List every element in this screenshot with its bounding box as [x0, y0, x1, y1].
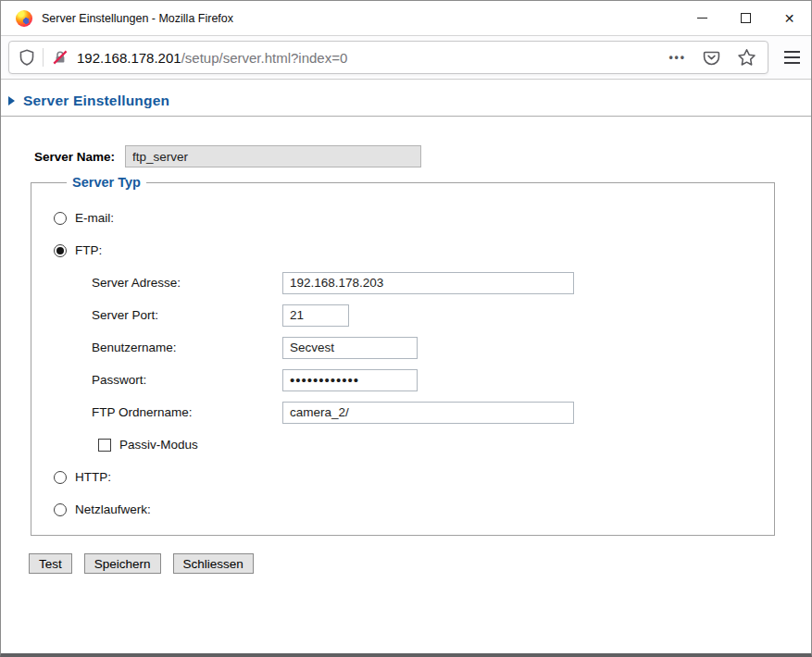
server-adresse-input[interactable] — [282, 272, 574, 294]
star-icon[interactable] — [737, 48, 756, 67]
url-path: /setup/server.html?index=0 — [181, 50, 348, 66]
url-bar[interactable]: 192.168.178.201/setup/server.html?index=… — [8, 41, 768, 74]
field-row-server-adresse: Server Adresse: — [54, 267, 774, 299]
server-name-row: Server Name: — [34, 145, 811, 167]
radio-row-http: HTTP: — [54, 461, 774, 493]
passiv-modus-row: Passiv-Modus — [54, 428, 774, 461]
test-button[interactable]: Test — [29, 553, 72, 574]
url-domain: 192.168.178.201 — [77, 50, 181, 66]
field-row-passwort: Passwort: — [54, 364, 774, 396]
browser-window: Server Einstellungen - Mozilla Firefox ✕ — [0, 0, 812, 657]
firefox-logo-icon — [16, 10, 32, 27]
page-heading: Server Einstellungen — [1, 80, 811, 111]
server-name-input[interactable] — [125, 145, 421, 167]
minimize-icon — [697, 18, 707, 19]
lock-slash-icon[interactable] — [52, 49, 69, 66]
close-icon: ✕ — [784, 11, 795, 26]
buttons-row: Test Speichern Schliessen — [29, 553, 811, 574]
server-adresse-label: Server Adresse: — [92, 276, 282, 290]
ftp-ordnername-input[interactable] — [282, 402, 574, 424]
ftp-ordnername-label: FTP Ordnername: — [92, 405, 282, 419]
radio-ftp[interactable] — [54, 244, 67, 257]
server-port-label: Server Port: — [92, 308, 282, 322]
passiv-modus-checkbox[interactable] — [98, 439, 111, 452]
benutzername-input[interactable] — [282, 337, 418, 359]
server-typ-legend: Server Typ — [67, 175, 146, 190]
field-row-server-port: Server Port: — [54, 299, 774, 331]
url-text: 192.168.178.201/setup/server.html?index=… — [77, 50, 347, 66]
window-controls: ✕ — [681, 1, 811, 35]
triangle-bullet-icon — [8, 96, 15, 105]
radio-row-email: E-mail: — [54, 202, 774, 234]
radio-netzlaufwerk[interactable] — [54, 503, 67, 516]
server-name-label: Server Name: — [34, 150, 125, 164]
passwort-input[interactable] — [282, 369, 418, 391]
schliessen-button[interactable]: Schliessen — [173, 553, 254, 574]
maximize-button[interactable] — [724, 1, 768, 35]
hamburger-icon[interactable] — [782, 47, 802, 68]
passiv-modus-label: Passiv-Modus — [119, 438, 198, 452]
navigation-toolbar: 192.168.178.201/setup/server.html?index=… — [1, 36, 811, 80]
speichern-button[interactable]: Speichern — [84, 553, 161, 574]
field-row-ftp-ordnername: FTP Ordnername: — [54, 396, 774, 428]
radio-ftp-label: FTP: — [75, 243, 102, 257]
urlbar-divider — [43, 48, 44, 67]
dots-icon[interactable]: ••• — [668, 51, 686, 64]
titlebar: Server Einstellungen - Mozilla Firefox ✕ — [1, 1, 811, 36]
page-title: Server Einstellungen — [23, 93, 169, 109]
radio-row-netzlaufwerk: Netzlaufwerk: — [54, 493, 774, 526]
server-port-input[interactable] — [282, 304, 349, 327]
shield-icon[interactable] — [19, 49, 35, 66]
radio-email-label: E-mail: — [75, 211, 114, 225]
radio-http-label: HTTP: — [75, 470, 111, 484]
field-row-benutzername: Benutzername: — [54, 331, 774, 364]
urlbar-actions: ••• — [668, 48, 756, 67]
minimize-button[interactable] — [681, 1, 724, 35]
pocket-icon[interactable] — [702, 48, 721, 67]
page-content: Server Einstellungen Server Name: Server… — [1, 80, 811, 653]
radio-http[interactable] — [54, 471, 67, 484]
server-typ-fieldset: Server Typ E-mail: FTP: Server Adresse: … — [31, 175, 775, 536]
close-button[interactable]: ✕ — [768, 1, 811, 35]
benutzername-label: Benutzername: — [92, 341, 282, 354]
radio-row-ftp: FTP: — [54, 234, 774, 267]
radio-email[interactable] — [54, 212, 67, 225]
window-title: Server Einstellungen - Mozilla Firefox — [42, 12, 233, 25]
passwort-label: Passwort: — [92, 373, 282, 387]
heading-divider — [1, 116, 811, 117]
radio-netzlaufwerk-label: Netzlaufwerk: — [75, 502, 151, 516]
maximize-icon — [741, 13, 751, 23]
